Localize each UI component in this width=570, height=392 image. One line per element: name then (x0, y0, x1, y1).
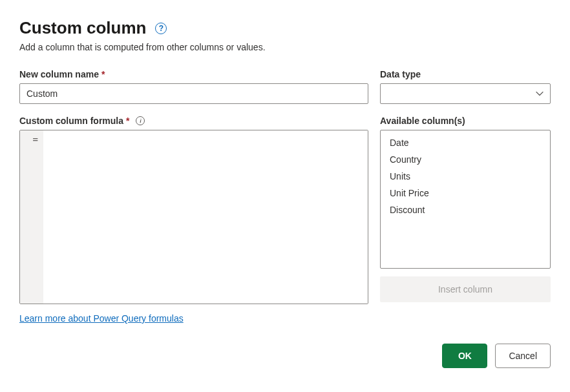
available-columns-list: Date Country Units Unit Price Discount (380, 130, 551, 269)
data-type-label: Data type (380, 69, 551, 79)
ok-button[interactable]: OK (442, 344, 487, 368)
learn-more-link[interactable]: Learn more about Power Query formulas (19, 313, 184, 324)
data-type-select[interactable] (380, 83, 551, 104)
chevron-down-icon (536, 90, 544, 98)
formula-label: Custom column formula * i (19, 116, 368, 126)
formula-box: = (19, 130, 368, 304)
formula-gutter: = (20, 130, 43, 304)
available-columns-label: Available column(s) (380, 116, 551, 126)
column-name-label: New column name * (19, 69, 368, 79)
dialog-subtitle: Add a column that is computed from other… (19, 42, 551, 52)
info-icon[interactable]: i (136, 116, 145, 125)
list-item[interactable]: Country (381, 151, 550, 168)
list-item[interactable]: Date (381, 134, 550, 151)
dialog-title: Custom column (19, 18, 146, 38)
column-name-input[interactable] (19, 83, 368, 104)
insert-column-button: Insert column (380, 276, 551, 302)
required-asterisk: * (101, 69, 105, 79)
formula-editor[interactable] (43, 130, 368, 304)
required-asterisk: * (126, 116, 129, 126)
list-item[interactable]: Discount (381, 201, 550, 218)
list-item[interactable]: Units (381, 168, 550, 185)
list-item[interactable]: Unit Price (381, 185, 550, 201)
cancel-button[interactable]: Cancel (495, 344, 551, 368)
help-icon[interactable]: ? (155, 23, 167, 34)
